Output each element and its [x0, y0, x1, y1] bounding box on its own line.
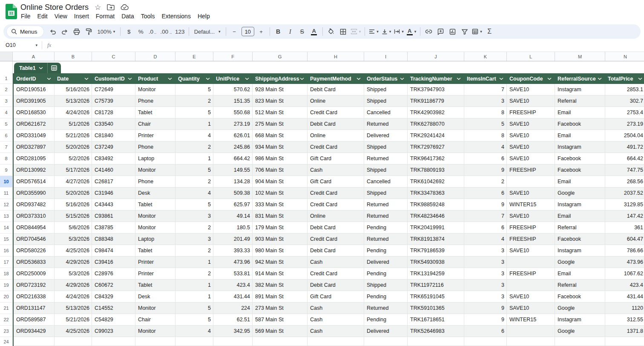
document-title[interactable]: Online Store Orders [20, 3, 89, 12]
cell-quantity[interactable]: 2 [175, 268, 213, 280]
cell-paymentmethod[interactable]: Gift Card [308, 153, 364, 164]
cell-product[interactable]: Printer [135, 268, 175, 280]
table-header-itemsincart[interactable]: ItemsInCart [464, 73, 507, 84]
cell-orderid[interactable]: ORD937482 [14, 199, 55, 210]
cell-orderid[interactable]: ORD536833 [14, 257, 55, 268]
cell-couponcode[interactable]: SAVE10 [507, 153, 555, 164]
cell-orderid[interactable]: ORD168530 [14, 107, 55, 118]
cell-couponcode[interactable]: SAVE10 [507, 303, 555, 314]
cell-totalprice[interactable]: 268.56 [605, 176, 644, 187]
cell-product[interactable]: Tablet [135, 245, 175, 257]
cell-itemsincart[interactable]: 6 [464, 153, 507, 164]
column-filter-chevron-icon[interactable] [47, 78, 51, 80]
cell-referralsource[interactable]: Email [555, 176, 605, 187]
cell-customerid[interactable]: C83492 [92, 153, 135, 164]
cell-product[interactable]: Monitor [135, 326, 175, 337]
menu-format[interactable]: Format [92, 12, 118, 20]
row-number-23[interactable]: 23 [0, 326, 13, 337]
column-filter-chevron-icon[interactable] [400, 78, 404, 80]
cell-paymentmethod[interactable]: Cash [308, 164, 364, 176]
cell-trackingnumber[interactable]: TRK52646983 [408, 326, 464, 337]
cell-referralsource[interactable]: Google [555, 257, 605, 268]
cell-orderstatus[interactable]: Shipped [364, 280, 408, 291]
cell-customerid[interactable]: C99023 [92, 326, 135, 337]
cell-customerid[interactable]: C28976 [92, 268, 135, 280]
cell-referralsource[interactable]: Google [555, 303, 605, 314]
cell-trackingnumber[interactable]: TRK42903982 [408, 107, 464, 118]
cell-product[interactable]: Desk [135, 187, 175, 199]
cell-itemsincart[interactable]: 3 [464, 291, 507, 303]
cell-unitprice[interactable]: 393.33 [213, 245, 253, 257]
cell-quantity[interactable]: 5 [175, 199, 213, 210]
cell-couponcode[interactable]: FREESHIP [507, 234, 555, 245]
cell-shippingaddress[interactable]: 333 Main St [253, 199, 308, 210]
cell-customerid[interactable]: C60672 [92, 280, 135, 291]
row-number-15[interactable]: 15 [0, 234, 13, 245]
cell-unitprice[interactable]: 245.86 [213, 141, 253, 153]
cell-unitprice[interactable]: 134.28 [213, 176, 253, 187]
cell-product[interactable]: Desk [135, 291, 175, 303]
column-letter-m[interactable]: M [555, 52, 605, 61]
cell-shippingaddress[interactable]: 587 Main St [253, 314, 308, 326]
cell-product[interactable]: Tablet [135, 280, 175, 291]
text-color-button[interactable]: A [308, 26, 320, 37]
cell-referralsource[interactable]: Facebook [555, 153, 605, 164]
cell-product[interactable]: Tablet [135, 107, 175, 118]
cell-itemsincart[interactable]: 5 [464, 118, 507, 130]
cell-itemsincart[interactable]: 2 [464, 176, 507, 187]
row-number-11[interactable]: 11 [0, 187, 13, 199]
cell-paymentmethod[interactable]: Credit Card [308, 187, 364, 199]
name-box[interactable]: O10 ▾ [0, 42, 37, 48]
cell-date[interactable]: 5/20/2026 [55, 141, 92, 153]
cell-itemsincart[interactable]: 9 [464, 164, 507, 176]
cell-orderstatus[interactable]: Pending [364, 291, 408, 303]
row-number-9[interactable]: 9 [0, 164, 13, 176]
column-letter-b[interactable]: B [55, 52, 92, 61]
cell-quantity[interactable]: 5 [175, 107, 213, 118]
cell-quantity[interactable]: 2 [175, 245, 213, 257]
redo-button[interactable] [59, 26, 71, 37]
cell-paymentmethod[interactable]: Online [308, 210, 364, 222]
table-header-customerid[interactable]: CustomerID [92, 73, 135, 84]
cell-paymentmethod[interactable]: Credit Card [308, 234, 364, 245]
format-percent-button[interactable]: % [135, 26, 147, 37]
cell-date[interactable]: 4/24/2026 [55, 291, 92, 303]
cell-quantity[interactable]: 1 [175, 280, 213, 291]
cell-customerid[interactable]: C26817 [92, 176, 135, 187]
row-number-16[interactable]: 16 [0, 245, 13, 257]
cell-orderstatus[interactable]: Shipped [364, 84, 408, 95]
cell-totalprice[interactable]: 2753.4 [605, 107, 644, 118]
cell-unitprice[interactable]: 423.4 [213, 280, 253, 291]
cell-unitprice[interactable]: 626.01 [213, 130, 253, 141]
move-folder-icon[interactable] [107, 4, 115, 10]
cell-itemsincart[interactable]: 3 [464, 95, 507, 107]
cell-customerid[interactable]: C72649 [92, 84, 135, 95]
cell-totalprice[interactable]: 273.19 [605, 118, 644, 130]
column-filter-chevron-icon[interactable] [547, 78, 552, 80]
cell-shippingaddress[interactable]: 831 Main St [253, 210, 308, 222]
cell-couponcode[interactable]: SAVE10 [507, 95, 555, 107]
cell-product[interactable]: Laptop [135, 153, 175, 164]
cell-customerid[interactable]: C38785 [92, 222, 135, 234]
cell-date[interactable]: 5/21/2026 [55, 314, 92, 326]
cell-referralsource[interactable]: Facebook [555, 234, 605, 245]
column-letter-a[interactable]: A [13, 52, 55, 61]
cell-orderstatus[interactable] [364, 337, 408, 346]
cell-quantity[interactable]: 4 [175, 326, 213, 337]
cell-orderid[interactable]: ORD250009 [14, 268, 55, 280]
cell-paymentmethod[interactable]: Gift Card [308, 291, 364, 303]
cell-totalprice[interactable]: 604.47 [605, 234, 644, 245]
row-number-14[interactable]: 14 [0, 222, 13, 234]
cell-totalprice[interactable]: 431.44 [605, 291, 644, 303]
cell-orderid[interactable]: ORD580226 [14, 245, 55, 257]
table-tools-button[interactable]: ▾ [471, 26, 483, 37]
cell-referralsource[interactable]: Email [555, 130, 605, 141]
cell-couponcode[interactable]: SAVE10 [507, 210, 555, 222]
select-all-corner[interactable] [0, 52, 13, 61]
cell-date[interactable]: 4/25/2026 [55, 245, 92, 257]
insert-link-button[interactable] [423, 26, 434, 37]
row-number-2[interactable]: 2 [0, 84, 13, 95]
column-filter-chevron-icon[interactable] [245, 78, 249, 80]
cell-shippingaddress[interactable]: 102 Main St [253, 187, 308, 199]
cell-couponcode[interactable] [507, 257, 555, 268]
